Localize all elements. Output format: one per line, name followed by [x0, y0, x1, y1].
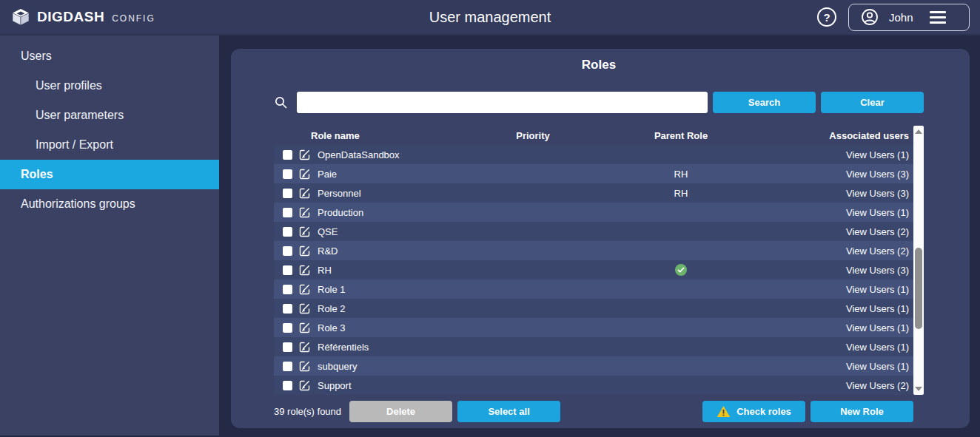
row-checkbox[interactable] — [283, 304, 292, 314]
panel-footer: 39 role(s) found Delete Select all Check… — [274, 401, 924, 422]
view-users-link[interactable]: View Users (2) — [846, 245, 909, 257]
select-all-button[interactable]: Select all — [457, 401, 560, 422]
table-row: Role 3View Users (1) — [274, 318, 913, 337]
edit-pencil-icon[interactable] — [299, 322, 311, 333]
person-icon — [861, 8, 879, 26]
topbar: DIGDASH CONFIG User management ? John — [0, 0, 980, 35]
edit-pencil-icon[interactable] — [299, 379, 311, 391]
table-row: QSEView Users (2) — [274, 222, 913, 241]
edit-pencil-icon[interactable] — [299, 187, 311, 199]
new-role-button[interactable]: New Role — [810, 401, 913, 422]
role-name: RH — [318, 265, 332, 276]
edit-pencil-icon[interactable] — [299, 302, 311, 314]
role-name: Role 2 — [318, 303, 346, 314]
table-row: Role 1View Users (1) — [274, 280, 913, 299]
role-name: OpenDataSandbox — [318, 149, 400, 160]
edit-pencil-icon[interactable] — [299, 341, 311, 353]
view-users-link[interactable]: View Users (1) — [846, 342, 909, 353]
sidebar-item-users[interactable]: Users — [0, 41, 219, 71]
edit-pencil-icon[interactable] — [299, 206, 311, 218]
table-row: R&DView Users (2) — [274, 241, 913, 260]
magnifier-icon — [274, 95, 292, 109]
hamburger-icon[interactable] — [930, 11, 946, 24]
row-checkbox[interactable] — [283, 265, 292, 275]
delete-button[interactable]: Delete — [349, 401, 452, 422]
role-name: Support — [318, 380, 352, 391]
help-button[interactable]: ? — [817, 7, 836, 27]
view-users-link[interactable]: View Users (2) — [846, 380, 909, 391]
view-users-link[interactable]: View Users (2) — [846, 226, 909, 237]
view-users-link[interactable]: View Users (3) — [846, 169, 909, 180]
question-mark-icon: ? — [823, 11, 830, 24]
view-users-link[interactable]: View Users (1) — [846, 322, 909, 333]
clear-button[interactable]: Clear — [821, 92, 924, 113]
brand-logo: DIGDASH CONFIG — [10, 7, 155, 27]
table-row: PaieRHView Users (3) — [274, 164, 913, 183]
row-checkbox[interactable] — [283, 189, 292, 198]
role-name: R&D — [318, 245, 338, 257]
sidebar-item-import-export[interactable]: Import / Export — [0, 130, 219, 160]
row-checkbox[interactable] — [283, 323, 292, 333]
scrollbar-thumb[interactable] — [915, 248, 922, 329]
table-row: PersonnelRHView Users (3) — [274, 183, 913, 203]
table-row: RéférentielsView Users (1) — [274, 337, 913, 356]
column-priority: Priority — [466, 130, 600, 141]
scroll-up-icon[interactable] — [915, 129, 922, 134]
roles-panel: Roles Search Clear Role name Priority — [231, 49, 970, 428]
row-checkbox[interactable] — [283, 285, 292, 294]
edit-pencil-icon[interactable] — [299, 149, 311, 160]
row-checkbox[interactable] — [283, 208, 292, 217]
table-body: OpenDataSandboxView Users (1)PaieRHView … — [274, 145, 913, 395]
table-row: RHView Users (3) — [274, 260, 913, 280]
sidebar-item-roles[interactable]: Roles — [0, 160, 219, 189]
edit-pencil-icon[interactable] — [299, 360, 311, 372]
column-role-name: Role name — [274, 130, 466, 141]
edit-pencil-icon[interactable] — [299, 264, 311, 276]
search-row: Search Clear — [274, 92, 924, 113]
warning-triangle-icon — [716, 405, 731, 418]
row-checkbox[interactable] — [283, 246, 292, 256]
roles-count: 39 role(s) found — [274, 406, 341, 417]
table-row: OpenDataSandboxView Users (1) — [274, 145, 913, 164]
view-users-link[interactable]: View Users (1) — [846, 303, 909, 314]
view-users-link[interactable]: View Users (3) — [846, 265, 909, 276]
main-content: Roles Search Clear Role name Priority — [219, 35, 980, 436]
edit-pencil-icon[interactable] — [299, 283, 311, 295]
row-checkbox[interactable] — [283, 169, 292, 179]
roles-table: Role name Priority Parent Role Associate… — [274, 126, 924, 395]
edit-pencil-icon[interactable] — [299, 245, 311, 257]
view-users-link[interactable]: View Users (1) — [846, 284, 909, 295]
column-parent-role: Parent Role — [600, 130, 762, 141]
role-name: Role 1 — [318, 284, 346, 295]
view-users-link[interactable]: View Users (1) — [846, 149, 909, 160]
sidebar-item-user-parameters[interactable]: User parameters — [0, 101, 219, 130]
user-menu[interactable]: John — [848, 4, 970, 31]
search-button[interactable]: Search — [713, 92, 816, 113]
check-roles-button[interactable]: Check roles — [702, 401, 805, 422]
role-parent — [600, 264, 762, 277]
row-checkbox[interactable] — [283, 342, 292, 352]
table-header: Role name Priority Parent Role Associate… — [274, 126, 913, 145]
view-users-link[interactable]: View Users (3) — [846, 188, 909, 199]
role-name: Role 3 — [318, 322, 346, 333]
role-parent: RH — [600, 188, 762, 199]
green-check-icon — [675, 264, 687, 276]
brand-name: DIGDASH — [37, 9, 104, 25]
row-checkbox[interactable] — [283, 227, 292, 237]
table-row: ProductionView Users (1) — [274, 203, 913, 222]
row-checkbox[interactable] — [283, 381, 292, 390]
scroll-down-icon[interactable] — [915, 387, 922, 391]
row-checkbox[interactable] — [283, 150, 292, 160]
table-row: subqueryView Users (1) — [274, 356, 913, 376]
edit-pencil-icon[interactable] — [299, 168, 311, 180]
sidebar-item-authorizations-groups[interactable]: Authorizations groups — [0, 189, 219, 219]
role-parent: RH — [600, 169, 762, 180]
view-users-link[interactable]: View Users (1) — [846, 361, 909, 372]
sidebar-item-user-profiles[interactable]: User profiles — [0, 71, 219, 101]
search-input[interactable] — [297, 92, 708, 113]
vertical-scrollbar[interactable] — [913, 126, 924, 395]
edit-pencil-icon[interactable] — [299, 226, 311, 237]
view-users-link[interactable]: View Users (1) — [846, 207, 909, 218]
row-checkbox[interactable] — [283, 362, 292, 371]
table-row: Role 2View Users (1) — [274, 299, 913, 318]
